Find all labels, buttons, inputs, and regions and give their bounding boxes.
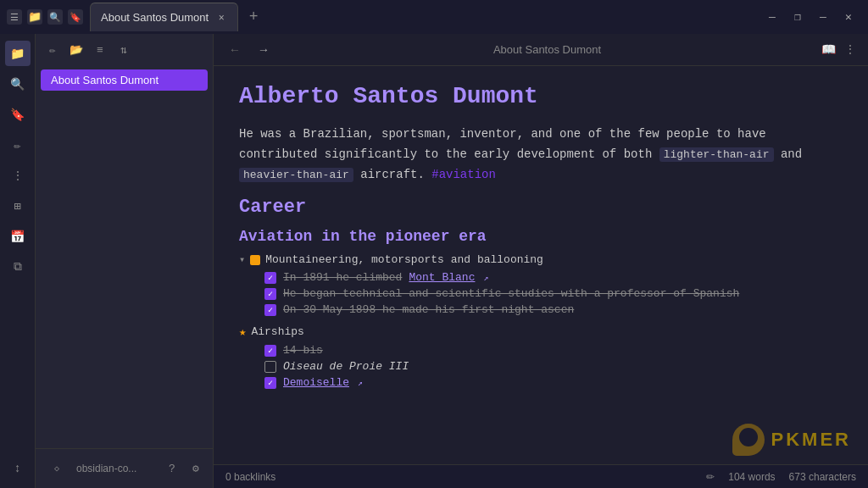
activity-bar: 📁 🔍 🔖 ✏ ⋮ ⊞ 📅 ⧉ ↕	[0, 34, 36, 488]
win-close-btn[interactable]: ✕	[839, 8, 858, 26]
checkbox-4[interactable]: ✓	[264, 345, 276, 357]
sidebar-vault-name: obsidian-co...	[76, 463, 157, 474]
list-group-2: ★ Airships ✓ 14-bis Oiseau de Proie III …	[239, 324, 843, 391]
win-minimize-btn[interactable]: —	[763, 8, 782, 26]
win-minimize2-btn[interactable]: —	[814, 8, 832, 26]
tab-close-btn[interactable]: ×	[215, 12, 227, 24]
win-btn-bookmark[interactable]: 🔖	[68, 9, 83, 25]
aviation-tag[interactable]: #aviation	[431, 168, 496, 181]
win-btn-menu[interactable]: ☰	[7, 9, 22, 25]
activity-copy-icon[interactable]: ⧉	[5, 254, 31, 280]
titlebar-left: ☰ 📁 🔍 🔖	[0, 9, 90, 25]
status-bar: 0 backlinks ✏ 104 words 673 characters	[214, 464, 868, 488]
activity-edit-icon[interactable]: ✏	[5, 132, 31, 158]
sub-aviation: Aviation in the pioneer era	[239, 228, 843, 245]
titlebar: ☰ 📁 🔍 🔖 About Santos Dumont × + — ❐ — ✕	[0, 0, 868, 34]
sidebar-list-icon[interactable]: ≡	[92, 42, 108, 58]
para1-after-text: aircraft.	[360, 168, 425, 181]
win-btn-search[interactable]: 🔍	[47, 9, 63, 25]
win-tile-btn[interactable]: ❐	[788, 8, 807, 26]
sidebar-items: About Santos Dumont	[36, 66, 213, 448]
list-item-1: ✓ In 1891 he climbed Mont Blanc ↗	[239, 269, 843, 286]
watermark-logo-eye	[739, 428, 758, 446]
backlinks-text: 0 backlinks	[225, 471, 275, 483]
list-item-4: ✓ 14-bis	[239, 342, 843, 358]
checkbox-6[interactable]: ✓	[264, 377, 276, 389]
list-group-1-header: ▾ Mountaineering, motorsports and balloo…	[239, 253, 843, 266]
checkbox-1[interactable]: ✓	[264, 272, 276, 284]
chars-count: 673 characters	[789, 471, 856, 483]
activity-grid-icon[interactable]: ⊞	[5, 193, 31, 219]
list-group-2-header: ★ Airships	[239, 324, 843, 339]
watermark-text: PKMER	[771, 429, 851, 451]
status-right: ✏ 104 words 673 characters	[706, 471, 856, 483]
sidebar-settings-icon[interactable]: ⚙	[187, 460, 204, 477]
sidebar-vault-icon: ◇	[44, 456, 70, 481]
list-item-5: Oiseau de Proie III	[239, 358, 843, 374]
item5-text: Oiseau de Proie III	[283, 360, 409, 373]
item4-text: 14-bis	[283, 344, 323, 357]
list-group-1: ▾ Mountaineering, motorsports and balloo…	[239, 253, 843, 318]
star-icon: ★	[239, 324, 246, 339]
sidebar-bottom: ◇ obsidian-co... ? ⚙	[36, 448, 213, 488]
ext-link-icon-2: ↗	[358, 378, 363, 388]
content-actions: 📖 ⋮	[821, 42, 856, 57]
sidebar-edit-icon[interactable]: ✏	[44, 42, 61, 58]
content-toolbar: ← → About Santos Dumont 📖 ⋮	[214, 34, 868, 66]
words-count: 104 words	[728, 471, 775, 483]
activity-calendar-icon[interactable]: 📅	[5, 224, 31, 249]
para1-and-word: and	[781, 147, 802, 161]
sidebar-toolbar: ✏ 📂 ≡ ⇅	[36, 34, 213, 66]
tab-label: About Santos Dumont	[101, 11, 209, 24]
sidebar-help-icon[interactable]: ?	[164, 460, 181, 477]
editor: Alberto Santos Dumont He was a Brazilian…	[214, 66, 868, 464]
activity-folder-icon[interactable]: 📁	[5, 41, 31, 66]
activity-arrow-icon[interactable]: ↕	[5, 456, 31, 481]
activity-bar-bottom: ↕	[5, 456, 31, 481]
checkbox-3[interactable]: ✓	[264, 304, 276, 316]
item1-text-before: In 1891 he climbed	[283, 271, 402, 284]
activity-hierarchy-icon[interactable]: ⋮	[5, 163, 31, 188]
reading-mode-icon[interactable]: 📖	[821, 42, 836, 57]
more-options-icon[interactable]: ⋮	[844, 42, 856, 57]
activity-bookmark-icon[interactable]: 🔖	[5, 102, 31, 127]
item3-text: On 30 May 1898 he made his first night a…	[283, 303, 574, 316]
list-item-2: ✓ He began technical and scientific stud…	[239, 286, 843, 302]
watermark: PKMER	[732, 424, 851, 456]
list-item-6: ✓ Demoiselle ↗	[239, 374, 843, 391]
ext-link-icon-1: ↗	[483, 273, 488, 283]
bullet-orange-icon	[250, 255, 260, 265]
edit-pencil-icon: ✏	[706, 471, 715, 483]
inline-code-1: lighter-than-air	[659, 147, 774, 162]
sidebar: ✏ 📂 ≡ ⇅ About Santos Dumont ◇ obsidian-c…	[36, 34, 214, 488]
titlebar-right: — ❐ — ✕	[753, 8, 868, 26]
mont-blanc-link[interactable]: Mont Blanc	[409, 271, 475, 284]
list-item-3: ✓ On 30 May 1898 he made his first night…	[239, 302, 843, 318]
checkbox-2[interactable]: ✓	[264, 288, 276, 300]
content-title: About Santos Dumont	[283, 43, 811, 56]
sidebar-add-icon[interactable]: 📂	[68, 42, 85, 58]
tab-new-btn[interactable]: +	[242, 5, 265, 29]
sidebar-item-about-santos[interactable]: About Santos Dumont	[41, 69, 208, 91]
tab-bar: About Santos Dumont × +	[90, 0, 753, 34]
main-layout: 📁 🔍 🔖 ✏ ⋮ ⊞ 📅 ⧉ ↕ ✏ 📂 ≡ ⇅ About Santos D…	[0, 34, 868, 488]
group2-label: Airships	[251, 325, 303, 338]
sidebar-sort-icon[interactable]: ⇅	[115, 42, 132, 58]
inline-code-2: heavier-than-air	[239, 168, 353, 182]
group1-label: Mountaineering, motorsports and ballooni…	[265, 253, 543, 266]
checkbox-5[interactable]	[264, 361, 276, 373]
doc-title: Alberto Santos Dumont	[239, 83, 843, 109]
status-backlinks: 0 backlinks	[225, 471, 275, 483]
chevron-down-icon[interactable]: ▾	[239, 253, 245, 266]
content-area: ← → About Santos Dumont 📖 ⋮ Alberto Sant…	[214, 34, 868, 488]
nav-forward-btn[interactable]: →	[254, 41, 273, 59]
demoiselle-link[interactable]: Demoiselle	[283, 376, 349, 389]
win-btn-folder[interactable]: 📁	[27, 9, 42, 25]
nav-back-btn[interactable]: ←	[225, 41, 244, 59]
activity-search-icon[interactable]: 🔍	[5, 71, 31, 97]
section-career: Career	[239, 197, 843, 218]
doc-para-1: He was a Brazilian, sportsman, inventor,…	[239, 125, 843, 185]
watermark-logo	[732, 424, 765, 456]
tab-active[interactable]: About Santos Dumont ×	[90, 3, 238, 31]
item2-text: He began technical and scientific studie…	[283, 287, 739, 300]
